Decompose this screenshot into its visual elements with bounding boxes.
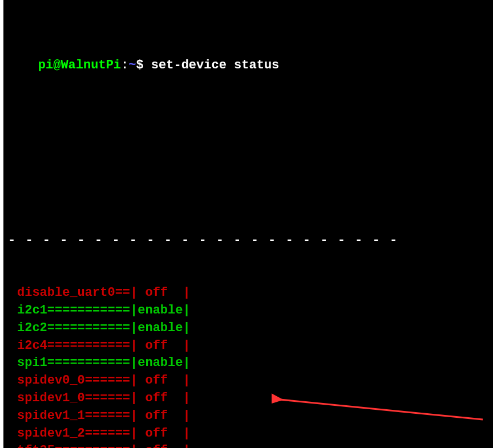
device-status: off xyxy=(138,337,183,355)
device-status: enable xyxy=(138,320,183,337)
device-name: i2c2 xyxy=(17,320,47,337)
pipe-right: | xyxy=(183,372,190,390)
device-status: off xyxy=(138,284,183,302)
pipe-left: | xyxy=(130,372,138,390)
device-row: i2c4===========| off | xyxy=(8,337,488,355)
device-row: spidev1_2======| off | xyxy=(8,425,488,443)
filler: ========== xyxy=(55,442,130,448)
device-status-list: disable_uart0==| off |i2c1===========|en… xyxy=(8,284,488,448)
filler: =========== xyxy=(47,337,130,355)
filler: ====== xyxy=(85,390,130,408)
device-status: off xyxy=(138,425,183,443)
prompt-line: pi@WalnutPi:~$ set-device status xyxy=(8,40,488,92)
device-status: enable xyxy=(138,355,183,372)
device-row: disable_uart0==| off | xyxy=(8,284,488,302)
device-status: off xyxy=(138,372,183,390)
pipe-right: | xyxy=(183,320,190,337)
pipe-left: | xyxy=(130,355,138,372)
filler: =========== xyxy=(47,302,130,320)
pipe-right: | xyxy=(183,408,190,425)
pipe-right: | xyxy=(183,337,190,355)
device-status: off xyxy=(138,442,183,448)
device-name: disable_uart0 xyxy=(17,284,115,302)
terminal-output: pi@WalnutPi:~$ set-device status - - - -… xyxy=(3,0,493,448)
separator-top: - - - - - - - - - - - - - - - - - - - - … xyxy=(8,232,488,250)
filler: == xyxy=(115,284,130,302)
device-name: i2c1 xyxy=(17,302,47,320)
device-row: spidev1_1======| off | xyxy=(8,408,488,425)
pipe-right: | xyxy=(183,284,190,302)
filler: =========== xyxy=(47,355,130,372)
device-name: spi1 xyxy=(17,355,47,372)
pipe-left: | xyxy=(130,442,138,448)
pipe-left: | xyxy=(130,320,138,337)
filler: =========== xyxy=(47,320,130,337)
device-row: tft35==========| off | xyxy=(8,442,488,448)
blank-line xyxy=(8,180,488,197)
device-status: off xyxy=(138,408,183,425)
device-name: spidev1_1 xyxy=(17,408,85,425)
device-status: enable xyxy=(138,302,183,320)
filler: ====== xyxy=(85,425,130,443)
filler: ====== xyxy=(85,372,130,390)
device-name: tft35 xyxy=(17,442,55,448)
device-name: spidev0_0 xyxy=(17,372,85,390)
device-name: spidev1_2 xyxy=(17,425,85,443)
command-text: set-device status xyxy=(151,58,279,72)
prompt-colon: : xyxy=(121,58,128,72)
device-row: i2c2===========|enable| xyxy=(8,320,488,337)
pipe-right: | xyxy=(183,442,190,448)
device-name: spidev1_0 xyxy=(17,390,85,408)
device-row: spi1===========|enable| xyxy=(8,355,488,372)
pipe-left: | xyxy=(130,302,138,320)
prompt-user: pi@WalnutPi xyxy=(38,58,121,72)
pipe-right: | xyxy=(183,302,190,320)
device-row: i2c1===========|enable| xyxy=(8,302,488,320)
blank-line xyxy=(8,128,488,145)
pipe-left: | xyxy=(130,425,138,443)
prompt-dollar: $ xyxy=(136,58,143,72)
pipe-left: | xyxy=(130,408,138,425)
device-row: spidev1_0======| off | xyxy=(8,390,488,408)
prompt-path: ~ xyxy=(128,58,136,72)
pipe-left: | xyxy=(130,284,138,302)
pipe-right: | xyxy=(183,425,190,443)
pipe-left: | xyxy=(130,337,138,355)
device-row: spidev0_0======| off | xyxy=(8,372,488,390)
pipe-right: | xyxy=(183,355,190,372)
pipe-left: | xyxy=(130,390,138,408)
filler: ====== xyxy=(85,408,130,425)
device-name: i2c4 xyxy=(17,337,47,355)
device-status: off xyxy=(138,390,183,408)
pipe-right: | xyxy=(183,390,190,408)
